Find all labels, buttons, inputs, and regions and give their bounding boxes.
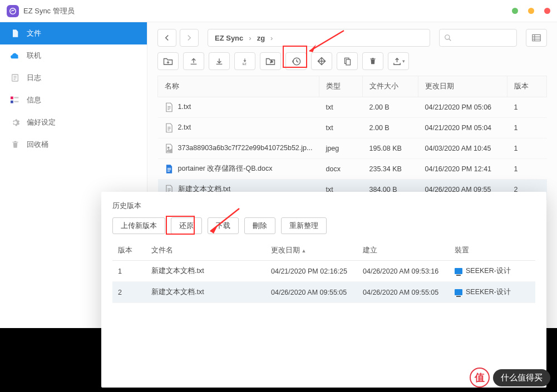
upload-version-button[interactable]: 上传新版本	[112, 217, 165, 234]
breadcrumb-item[interactable]: zg	[257, 34, 265, 42]
svg-rect-30	[167, 171, 170, 171]
toolbar: EZ ▾	[157, 52, 547, 70]
table-row[interactable]: portainer 改存儲路徑-QB.docxdocx235.34 KB04/1…	[158, 159, 547, 180]
refresh-button[interactable]: 重新整理	[281, 217, 327, 234]
sidebar-item-settings[interactable]: 偏好设定	[0, 111, 147, 133]
table-row[interactable]: 1新建文本文档.txt04/21/2020 PM 02:16:2504/26/2…	[112, 261, 535, 282]
svg-rect-7	[11, 101, 13, 103]
column-created[interactable]: 建立	[357, 241, 449, 261]
sidebar-item-label: 偏好设定	[27, 117, 56, 127]
file-type-icon	[165, 102, 174, 112]
search-icon	[444, 34, 452, 42]
column-type[interactable]: 类型	[319, 76, 363, 97]
sidebar-item-files[interactable]: 文件	[0, 22, 147, 44]
sidebar-item-info[interactable]: 信息	[0, 89, 147, 111]
info-icon	[10, 95, 20, 105]
upload-button[interactable]	[183, 52, 204, 70]
share-button[interactable]: ▾	[388, 52, 409, 70]
ez-download-button[interactable]: EZ	[234, 52, 255, 70]
svg-point-9	[445, 35, 450, 39]
table-row[interactable]: 2.txttxt2.00 B04/21/2020 PM 05:041	[158, 118, 547, 138]
sidebar-item-logs[interactable]: 日志	[0, 67, 147, 89]
breadcrumb-item[interactable]: EZ Sync	[215, 34, 243, 42]
restore-button[interactable]: 还原	[171, 217, 202, 234]
sidebar-item-label: 日志	[27, 73, 41, 83]
maximize-button[interactable]	[528, 8, 534, 14]
cloud-icon	[10, 51, 20, 61]
svg-point-27	[167, 147, 169, 148]
table-row[interactable]: 373a88903a6b3c7f722e99b410725b52.jp...jp…	[158, 138, 547, 159]
column-version[interactable]: 版本	[507, 76, 547, 97]
dialog-title: 历史版本	[101, 192, 546, 217]
rename-button[interactable]	[260, 52, 281, 70]
file-type-icon	[165, 164, 174, 174]
file-table: 名称 类型 文件大小 更改日期 版本 1.txttxt2.00 B04/21/2…	[157, 76, 547, 200]
back-button[interactable]	[157, 29, 176, 47]
column-name[interactable]: 名称	[158, 76, 319, 97]
view-toggle-button[interactable]	[526, 29, 547, 47]
sidebar-item-label: 回收桶	[27, 140, 48, 150]
svg-rect-20	[346, 59, 351, 65]
dialog-toolbar: 上传新版本 还原 下载 刪除 重新整理	[101, 217, 546, 241]
table-header-row: 版本 文件名 更改日期 建立 裝置	[112, 241, 535, 261]
move-button[interactable]	[311, 52, 332, 70]
history-dialog: 历史版本 上传新版本 还原 下载 刪除 重新整理 版本 文件名 更改日期 建立 …	[101, 192, 546, 388]
table-row[interactable]: 2新建文本文档.txt04/26/2020 AM 09:55:0504/26/2…	[112, 282, 535, 303]
sidebar-item-label: 文件	[27, 28, 41, 38]
app-title: EZ Sync 管理员	[23, 6, 512, 16]
close-button[interactable]	[544, 8, 550, 14]
delete-button[interactable]	[362, 52, 383, 70]
copy-button[interactable]	[337, 52, 358, 70]
delete-version-button[interactable]: 刪除	[244, 217, 275, 234]
svg-rect-28	[167, 168, 170, 168]
breadcrumb[interactable]: EZ Sync › zg ›	[208, 29, 430, 47]
file-type-icon	[165, 123, 174, 133]
new-folder-button[interactable]	[157, 52, 179, 70]
file-icon	[10, 28, 20, 38]
sidebar-item-label: 信息	[27, 95, 41, 105]
svg-rect-5	[11, 97, 13, 100]
download-version-button[interactable]: 下载	[208, 217, 239, 234]
history-button[interactable]	[285, 52, 307, 70]
column-version[interactable]: 版本	[112, 241, 146, 261]
table-row[interactable]: 1.txttxt2.00 B04/21/2020 PM 05:061	[158, 97, 547, 118]
watermark-badge: 值	[470, 368, 490, 388]
nav-row: EZ Sync › zg ›	[157, 29, 547, 47]
gear-icon	[10, 117, 20, 127]
sidebar-item-trash[interactable]: 回收桶	[0, 133, 147, 156]
column-date[interactable]: 更改日期	[265, 241, 357, 261]
monitor-icon	[455, 268, 462, 274]
table-header-row: 名称 类型 文件大小 更改日期 版本	[158, 76, 547, 97]
app-icon	[7, 5, 19, 17]
svg-rect-11	[533, 34, 540, 41]
chevron-right-icon: ›	[249, 34, 251, 42]
sidebar-item-label: 联机	[27, 51, 41, 61]
svg-text:EZ: EZ	[243, 62, 247, 66]
window-controls	[512, 8, 550, 14]
watermark: 值 什么值得买	[470, 368, 550, 388]
search-input[interactable]	[439, 29, 517, 47]
file-type-icon	[165, 143, 174, 153]
column-device[interactable]: 裝置	[449, 241, 535, 261]
trash-icon	[10, 140, 20, 150]
forward-button[interactable]	[180, 29, 199, 47]
watermark-text: 什么值得买	[493, 369, 550, 386]
minimize-button[interactable]	[512, 8, 518, 14]
svg-rect-8	[14, 101, 18, 102]
sidebar-item-online[interactable]: 联机	[0, 44, 147, 67]
titlebar: EZ Sync 管理员	[0, 0, 557, 22]
version-table: 版本 文件名 更改日期 建立 裝置 1新建文本文档.txt04/21/2020 …	[112, 241, 535, 303]
svg-rect-29	[167, 170, 170, 170]
log-icon	[10, 73, 20, 83]
column-size[interactable]: 文件大小	[363, 76, 418, 97]
svg-point-0	[10, 8, 16, 14]
chevron-right-icon: ›	[270, 34, 273, 42]
svg-rect-6	[14, 97, 18, 98]
column-filename[interactable]: 文件名	[146, 241, 265, 261]
svg-line-10	[449, 39, 451, 41]
column-date[interactable]: 更改日期	[418, 76, 507, 97]
download-button[interactable]	[209, 52, 230, 70]
monitor-icon	[455, 289, 462, 295]
